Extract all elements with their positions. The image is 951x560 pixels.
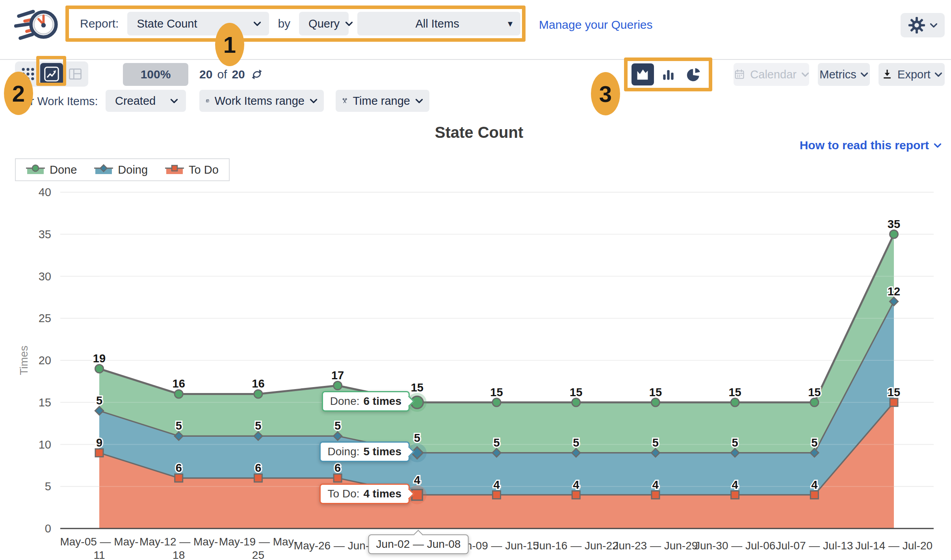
svg-text:9: 9 — [96, 436, 102, 449]
legend-item-to-do[interactable]: To Do — [165, 163, 219, 176]
board-layout-icon — [67, 66, 83, 82]
board-view-button[interactable] — [64, 63, 87, 85]
callout-chart-type-box — [624, 57, 712, 91]
items-count: 20 of 20 — [199, 63, 264, 86]
report-select-value: State Count — [137, 17, 197, 30]
svg-text:40: 40 — [39, 186, 51, 198]
svg-text:Jun-30 — Jul-06: Jun-30 — Jul-06 — [695, 540, 775, 552]
header-divider — [0, 59, 951, 60]
chevron-down-icon — [801, 72, 809, 77]
pie-chart-icon — [686, 67, 702, 82]
todo-tooltip-value: 4 times — [364, 488, 402, 500]
download-icon — [881, 68, 893, 81]
legend-label-done: Done — [50, 163, 77, 176]
time-range-label: Time range — [353, 95, 410, 108]
svg-text:5: 5 — [96, 394, 102, 407]
svg-text:15: 15 — [649, 386, 662, 399]
settings-button[interactable] — [901, 13, 945, 37]
svg-text:15: 15 — [888, 386, 900, 399]
svg-text:10: 10 — [39, 438, 51, 451]
chevron-down-icon — [934, 143, 942, 148]
svg-text:4: 4 — [652, 478, 659, 491]
date-range-tooltip-value: Jun-02 — Jun-08 — [376, 538, 461, 551]
state-count-area-chart[interactable]: 9666444444155555555555121916161715151515… — [0, 185, 951, 560]
svg-text:18: 18 — [173, 549, 185, 560]
done-tooltip-label: Done: — [330, 395, 360, 408]
export-button[interactable]: Export — [879, 63, 945, 86]
svg-text:Jul-14 — Jul-20: Jul-14 — Jul-20 — [855, 540, 932, 552]
svg-text:16: 16 — [252, 377, 264, 390]
area-chart-type-button[interactable] — [632, 63, 654, 85]
query-select-value: All Items — [367, 17, 508, 30]
chevron-down-icon — [253, 21, 261, 26]
svg-text:Jul-07 — Jul-13: Jul-07 — Jul-13 — [776, 540, 853, 552]
callout-badge-1: 1 — [215, 23, 244, 66]
svg-text:Jun-16 — Jun-22: Jun-16 — Jun-22 — [534, 540, 619, 552]
calendar-clock-icon — [206, 94, 210, 108]
svg-text:5: 5 — [255, 419, 261, 432]
svg-text:4: 4 — [493, 478, 500, 491]
bar-chart-type-button[interactable] — [657, 63, 680, 85]
doing-tooltip: Doing: 5 times — [319, 441, 410, 462]
chevron-down-icon — [930, 23, 938, 28]
svg-text:17: 17 — [331, 369, 344, 382]
doing-tooltip-label: Doing: — [328, 445, 360, 458]
svg-text:4: 4 — [414, 474, 420, 486]
how-to-read-label: How to read this report — [800, 139, 929, 152]
how-to-read-link[interactable]: How to read this report — [800, 139, 942, 152]
refresh-icon[interactable] — [250, 67, 264, 82]
legend-item-done[interactable]: Done — [26, 163, 77, 176]
chevron-down-icon — [860, 72, 868, 77]
bar-chart-icon — [660, 67, 676, 82]
svg-text:5: 5 — [811, 436, 817, 449]
svg-text:4: 4 — [573, 478, 579, 491]
app-logo — [14, 3, 60, 49]
work-items-range-button[interactable]: Work Items range — [199, 90, 324, 112]
svg-text:12: 12 — [888, 285, 900, 298]
count-total: 20 — [232, 68, 245, 81]
svg-text:30: 30 — [39, 270, 51, 283]
done-tooltip-value: 6 times — [364, 395, 402, 408]
group-by-select[interactable]: Query — [299, 12, 349, 35]
svg-text:35: 35 — [888, 218, 900, 230]
svg-text:15: 15 — [570, 386, 582, 399]
svg-text:May-05 — May-: May-05 — May- — [60, 536, 138, 548]
svg-text:0: 0 — [45, 522, 51, 535]
legend-swatch-done — [26, 164, 45, 176]
zoom-level-button[interactable]: 100% — [123, 63, 188, 86]
svg-text:5: 5 — [176, 419, 182, 432]
legend-item-doing[interactable]: Doing — [94, 163, 148, 176]
group-by-value: Query — [308, 17, 340, 30]
svg-text:16: 16 — [173, 377, 185, 390]
chevron-down-icon — [934, 72, 942, 77]
callout-chart-view-box — [36, 56, 66, 86]
calendar-button[interactable]: Calendar — [734, 63, 809, 86]
chart-title: State Count — [435, 124, 523, 141]
svg-text:Times: Times — [18, 345, 30, 375]
report-select[interactable]: State Count — [127, 12, 269, 35]
gear-icon — [908, 16, 926, 34]
pie-chart-type-button[interactable] — [682, 63, 705, 85]
query-select[interactable]: All Items ▾ — [357, 12, 520, 35]
created-filter-value: Created — [115, 95, 156, 108]
svg-text:15: 15 — [490, 386, 503, 399]
scissors-icon — [342, 94, 347, 108]
metrics-button[interactable]: Metrics — [818, 63, 870, 86]
by-label: by — [278, 17, 290, 30]
svg-text:15: 15 — [808, 386, 821, 399]
export-label: Export — [897, 68, 931, 81]
svg-text:15: 15 — [728, 386, 741, 399]
svg-text:6: 6 — [176, 462, 182, 474]
area-chart-icon — [634, 66, 651, 83]
svg-text:May-12 — May-: May-12 — May- — [139, 536, 218, 548]
svg-text:25: 25 — [252, 549, 264, 560]
svg-text:5: 5 — [334, 419, 341, 432]
created-filter-select[interactable]: Created — [106, 90, 186, 112]
chevron-down-icon — [170, 98, 178, 104]
chevron-down-icon — [415, 98, 423, 104]
manage-queries-link[interactable]: Manage your Queries — [539, 18, 653, 32]
time-range-button[interactable]: Time range — [336, 90, 429, 112]
svg-text:20: 20 — [39, 354, 51, 367]
callout-badge-3: 3 — [591, 72, 620, 115]
svg-text:5: 5 — [45, 480, 51, 493]
